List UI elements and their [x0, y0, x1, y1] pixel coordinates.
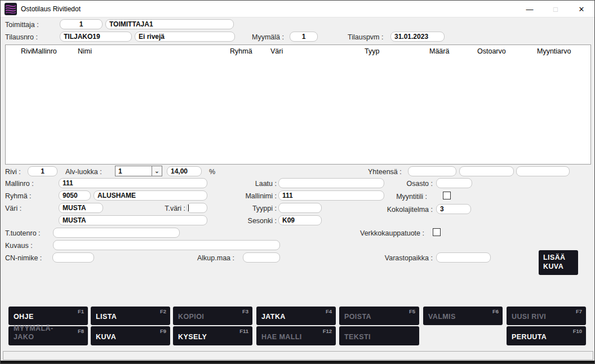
- kopioi-button: F3 KOPIOI: [173, 307, 252, 325]
- poista-button: F5 POISTA: [339, 307, 419, 325]
- tilauspvm-label: Tilauspvm :: [348, 33, 383, 41]
- grid-col-nimi: Nimi: [78, 47, 92, 55]
- grid-col-rivi: Rivi: [21, 47, 33, 55]
- kokolajitelma-field[interactable]: [436, 204, 471, 214]
- poista-fkey: F5: [409, 308, 415, 314]
- grid-col-tyyp: Tyyp: [365, 47, 379, 55]
- lista-fkey: F2: [160, 308, 166, 314]
- tilausnro-status-field[interactable]: [135, 32, 235, 42]
- lista-label: LISTA: [96, 313, 166, 322]
- lista-button[interactable]: F2 LISTA: [91, 307, 170, 325]
- kokolajitelma-label: Kokolajitelma :: [356, 206, 433, 214]
- yhteensa-field-2[interactable]: [459, 166, 514, 176]
- grid-col-maara: Määrä: [429, 47, 449, 55]
- myyntitili-checkbox[interactable]: [443, 192, 451, 199]
- tilausnro-label: Tilausnro :: [5, 33, 38, 41]
- osasto-field[interactable]: [436, 178, 472, 188]
- kuva-fkey: F9: [160, 328, 166, 334]
- alkup-maa-field[interactable]: [243, 252, 280, 263]
- percent-sign: %: [209, 168, 215, 176]
- t-vari-field[interactable]: [187, 203, 207, 213]
- t-tuotenro-field[interactable]: [53, 228, 180, 238]
- grid-col-ryhma: Ryhmä: [230, 47, 252, 55]
- chevron-down-icon[interactable]: ⌄: [152, 166, 162, 176]
- maximize-icon: □: [543, 1, 569, 17]
- cn-nimike-field[interactable]: [52, 252, 94, 263]
- sesonki-label: Sesonki :: [220, 217, 277, 225]
- hae-malli-label: HAE MALLI: [261, 333, 331, 342]
- ryhma-name-field[interactable]: [94, 190, 207, 201]
- peruuta-fkey: F10: [573, 328, 582, 334]
- jatka-button[interactable]: F4 JATKA: [256, 307, 336, 325]
- ostotilaus-window: Ostotilaus Rivitiedot — □ ✕ Toimittaja :…: [0, 0, 595, 364]
- hae-malli-button: F12 HAE MALLI: [256, 326, 336, 345]
- hae-malli-fkey: F12: [323, 328, 332, 334]
- grid-col-vari: Väri: [270, 47, 283, 55]
- valmis-button: F6 VALMIS: [423, 307, 503, 325]
- ohje-fkey: F1: [78, 308, 84, 314]
- rivi-label: Rivi :: [5, 168, 21, 176]
- myyntitili-label: Myyntitili :: [356, 193, 427, 201]
- lisaa-kuva-label: LISÄÄ KUVA: [543, 254, 566, 270]
- grid-col-mallinro: Mallinro: [32, 47, 57, 55]
- vari-field[interactable]: [59, 203, 103, 213]
- ryhma-label: Ryhmä :: [5, 192, 32, 200]
- alv-luokka-label: Alv-luokka :: [65, 168, 102, 176]
- peruuta-button[interactable]: F10 PERUUTA: [507, 326, 586, 345]
- text-caret: [188, 205, 189, 211]
- status-bar: [3, 351, 593, 360]
- vari-name-field[interactable]: [59, 215, 207, 225]
- window-title: Ostotilaus Rivitiedot: [21, 5, 81, 13]
- vari-label: Väri :: [5, 205, 21, 212]
- myymala-field[interactable]: [290, 32, 318, 42]
- sesonki-field[interactable]: [278, 215, 322, 225]
- yhteensa-label: Yhteensä :: [368, 168, 402, 176]
- tilausnro-field[interactable]: [60, 32, 132, 42]
- mallinimi-label: Mallinimi :: [220, 192, 277, 200]
- verkkokauppatuote-checkbox[interactable]: [433, 228, 441, 236]
- ryhma-code-field[interactable]: [59, 190, 91, 201]
- order-rows-grid[interactable]: Rivi Mallinro Nimi Ryhmä Väri Tyyp Määrä…: [5, 45, 591, 165]
- kuvaus-label: Kuvaus :: [5, 242, 33, 250]
- valmis-label: VALMIS: [428, 313, 498, 322]
- mallinro-field[interactable]: [59, 178, 207, 188]
- myymalajako-label: MYYMÄLÄ- JAKO: [14, 325, 83, 342]
- kysely-button[interactable]: F11 KYSELY: [173, 326, 252, 345]
- yhteensa-field-3[interactable]: [516, 166, 570, 176]
- myymala-label: Myymälä :: [252, 33, 284, 41]
- kuva-button[interactable]: F9 KUVA: [91, 326, 170, 345]
- myymalajako-fkey: F8: [78, 328, 84, 334]
- kysely-fkey: F11: [239, 328, 248, 334]
- minimize-icon[interactable]: —: [517, 1, 543, 17]
- lisaa-kuva-button[interactable]: LISÄÄ KUVA: [539, 250, 578, 275]
- kuvaus-field[interactable]: [53, 240, 280, 250]
- tyyppi-field[interactable]: [278, 203, 322, 213]
- peruuta-label: PERUUTA: [512, 333, 581, 342]
- close-icon[interactable]: ✕: [569, 1, 594, 17]
- varastopaikka-field[interactable]: [436, 252, 491, 263]
- tyyppi-label: Tyyppi :: [220, 205, 277, 212]
- tilauspvm-field[interactable]: [390, 32, 445, 42]
- mallinro-label: Mallinro :: [5, 180, 34, 188]
- valmis-fkey: F6: [492, 308, 499, 314]
- alv-percent-field[interactable]: [167, 166, 202, 176]
- teksti-label: TEKSTI: [344, 333, 415, 342]
- kuva-label: KUVA: [96, 333, 166, 342]
- laatu-label: Laatu :: [220, 180, 277, 188]
- toimittaja-name-field[interactable]: [105, 19, 234, 29]
- alv-luokka-select[interactable]: 1 ⌄: [115, 166, 162, 176]
- yhteensa-field-1[interactable]: [408, 166, 456, 176]
- jatka-label: JATKA: [261, 313, 331, 322]
- uusi-rivi-fkey: F7: [576, 308, 582, 314]
- alkup-maa-label: Alkup.maa :: [178, 254, 234, 262]
- toimittaja-code-field[interactable]: [60, 19, 103, 29]
- window-controls: — □ ✕: [517, 1, 594, 17]
- rivi-field[interactable]: [28, 166, 57, 176]
- uusi-rivi-button: F7 UUSI RIVI: [507, 307, 586, 325]
- poista-label: POISTA: [344, 313, 415, 322]
- ohje-button[interactable]: F1 OHJE: [8, 307, 88, 325]
- kopioi-fkey: F3: [242, 308, 248, 314]
- taskbar-strip: [1, 361, 594, 364]
- verkkokauppatuote-label: Verkkokauppatuote :: [339, 229, 424, 237]
- uusi-rivi-label: UUSI RIVI: [512, 313, 581, 322]
